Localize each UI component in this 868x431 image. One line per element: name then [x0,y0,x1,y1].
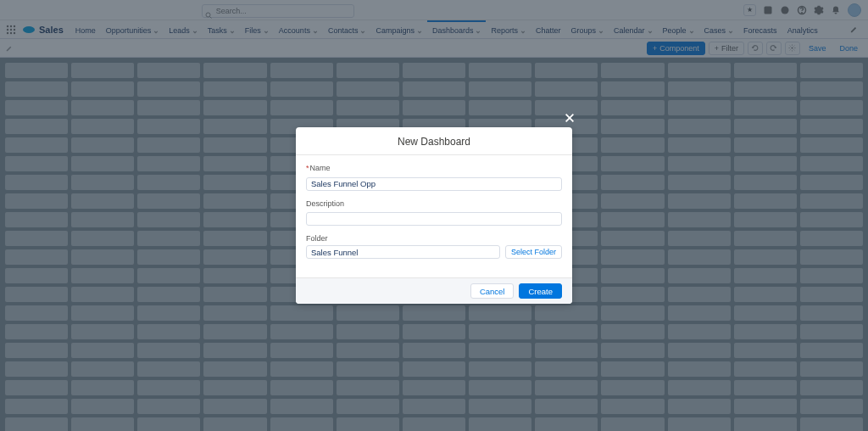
cancel-button[interactable]: Cancel [470,283,515,299]
folder-input[interactable] [306,245,500,259]
select-folder-button[interactable]: Select Folder [505,245,562,259]
new-dashboard-modal: New Dashboard Name Description Folder Se… [296,127,572,304]
name-input[interactable] [306,177,562,191]
description-input[interactable] [306,212,562,226]
close-icon[interactable] [564,112,576,127]
create-button[interactable]: Create [519,283,562,299]
folder-label: Folder [306,234,562,243]
modal-overlay: New Dashboard Name Description Folder Se… [0,0,868,431]
modal-title: New Dashboard [296,127,572,155]
name-label: Name [306,164,562,172]
description-label: Description [306,199,562,208]
